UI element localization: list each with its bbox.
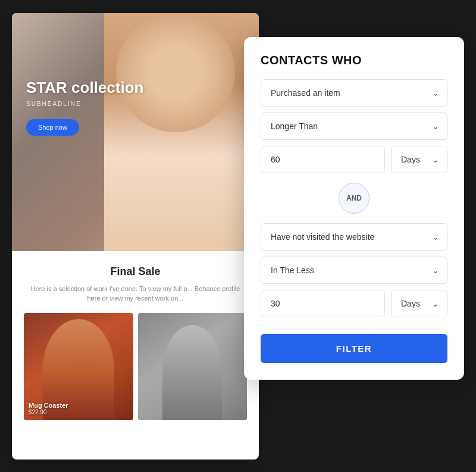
product-price-1: $22.90: [29, 409, 68, 415]
products-grid: Mug Coaster $22.90: [24, 313, 247, 420]
amount-input-1[interactable]: [261, 146, 385, 173]
filter-panel-title: CONTACTS WHO: [261, 54, 447, 67]
condition-select-1[interactable]: Purchased an item Visited the website Ha…: [261, 79, 447, 107]
and-badge: AND: [339, 183, 369, 214]
content-title: Final Sale: [24, 265, 247, 278]
product-image-gray: [138, 313, 248, 420]
content-section: Final Sale Here is a selection of work I…: [12, 251, 259, 435]
content-description: Here is a selection of work I've done. T…: [24, 284, 247, 304]
hero-title: STAR collection: [26, 79, 143, 97]
product-name-1: Mug Coaster: [29, 402, 68, 409]
amount-input-2[interactable]: [261, 290, 385, 317]
condition-select-wrapper-1: Purchased an item Visited the website Ha…: [261, 79, 447, 107]
product-card-1: Mug Coaster $22.90: [24, 313, 133, 420]
amount-row-1: Days Hours Weeks Months ⌄: [261, 146, 447, 173]
filter-button[interactable]: FILTER: [261, 334, 447, 363]
duration-select-1[interactable]: Longer Than Less Than Exactly: [261, 112, 447, 140]
duration-select-2[interactable]: In The Less Longer Than Less Than: [261, 257, 447, 284]
shop-now-button[interactable]: Shop now: [26, 119, 79, 136]
hero-subtitle: SUBHEADLINE: [26, 101, 143, 107]
condition-select-wrapper-2: Have not visited the website Visited the…: [261, 223, 447, 251]
and-divider: AND: [261, 183, 447, 214]
unit-select-wrapper-2: Days Hours Weeks Months ⌄: [391, 290, 447, 317]
condition-select-2[interactable]: Have not visited the website Visited the…: [261, 223, 447, 251]
filter-panel: CONTACTS WHO Purchased an item Visited t…: [244, 37, 464, 380]
filter-group-2: Have not visited the website Visited the…: [261, 223, 447, 317]
filter-group-1: Purchased an item Visited the website Ha…: [261, 79, 447, 173]
unit-select-wrapper-1: Days Hours Weeks Months ⌄: [391, 146, 447, 173]
duration-select-wrapper-2: In The Less Longer Than Less Than ⌄: [261, 257, 447, 284]
unit-select-1[interactable]: Days Hours Weeks Months: [391, 146, 447, 173]
duration-select-wrapper-1: Longer Than Less Than Exactly ⌄: [261, 112, 447, 140]
unit-select-2[interactable]: Days Hours Weeks Months: [391, 290, 447, 317]
amount-row-2: Days Hours Weeks Months ⌄: [261, 290, 447, 317]
product-label-1: Mug Coaster $22.90: [29, 402, 68, 415]
hero-text: STAR collection SUBHEADLINE Shop now: [26, 79, 143, 136]
website-mockup: STAR collection SUBHEADLINE Shop now Fin…: [12, 13, 259, 460]
product-card-2: [138, 313, 248, 420]
product-image-red: Mug Coaster $22.90: [24, 313, 133, 420]
hero-section: STAR collection SUBHEADLINE Shop now: [12, 13, 259, 251]
